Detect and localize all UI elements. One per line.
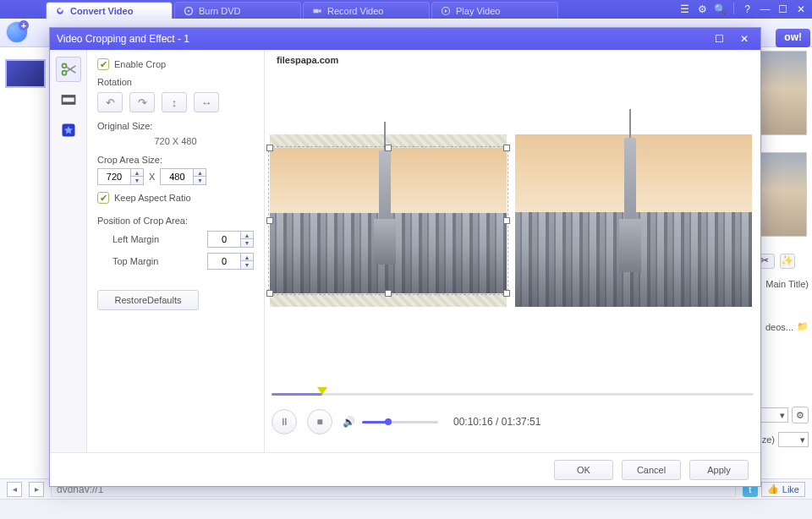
preview-thumb [760, 152, 807, 237]
upgrade-now-button[interactable]: ow! [776, 29, 810, 47]
tab-record-video[interactable]: Record Video [303, 2, 430, 19]
spin-up-icon[interactable]: ▲ [194, 169, 206, 177]
ze-text: ze) [762, 434, 775, 445]
close-icon[interactable]: ✕ [794, 3, 807, 15]
apply-button[interactable]: Apply [689, 460, 749, 480]
left-margin-label: Left Margin [97, 234, 159, 244]
enable-crop-label: Enable Crop [114, 59, 166, 69]
rotate-right-button[interactable]: ↷ [129, 92, 155, 112]
cancel-button[interactable]: Cancel [622, 460, 681, 480]
dialog-footer: OK Cancel Apply [50, 452, 760, 486]
svg-point-1 [188, 9, 189, 11]
position-label: Position of Crop Area: [97, 216, 254, 226]
folder-icon[interactable]: 📁 [797, 321, 809, 332]
top-margin-label: Top Margin [97, 256, 158, 266]
scissors-icon [60, 61, 77, 78]
gear-icon[interactable]: ⚙ [696, 3, 709, 15]
spin-down-icon[interactable]: ▼ [241, 261, 253, 269]
svg-rect-7 [62, 96, 74, 98]
upgrade-label: ow! [784, 31, 802, 43]
background-peek: ✂ ✨ [760, 51, 810, 269]
check-icon: ✔ [97, 192, 109, 204]
separator [733, 3, 734, 14]
tab-label: Burn DVD [199, 6, 241, 16]
tab-label: Record Video [327, 6, 383, 16]
nav-prev-button[interactable]: ◂ [7, 482, 22, 497]
crop-preview[interactable] [270, 134, 507, 307]
flip-horizontal-button[interactable]: ↔ [194, 92, 219, 112]
top-margin-spinner[interactable]: ▲▼ [207, 253, 254, 270]
timecode-text: 00:10:16 / 01:37:51 [453, 416, 540, 428]
rotation-label: Rotation [97, 77, 254, 87]
stop-button[interactable]: ■ [307, 409, 332, 434]
crop-effect-dialog: Video Cropping and Effect - 1 ☐ ✕ ✔ Enab… [49, 27, 761, 487]
output-preview [515, 134, 752, 307]
wand-icon[interactable]: ✨ [780, 254, 795, 269]
crop-tool-button[interactable] [56, 57, 81, 82]
like-label: Like [782, 484, 799, 494]
size-separator: X [149, 172, 155, 182]
format-combo[interactable]: ▾ [758, 407, 788, 423]
menu-icon[interactable]: ☰ [678, 3, 691, 15]
spin-up-icon[interactable]: ▲ [131, 169, 143, 177]
thumb-icon: 👍 [767, 483, 779, 494]
refresh-icon [55, 6, 65, 16]
preview-area: filespapa.com [265, 50, 760, 452]
effects-tool-button[interactable] [56, 87, 81, 112]
timeline-slider[interactable] [272, 386, 754, 400]
settings-button[interactable]: ⚙ [792, 407, 809, 423]
rotate-left-button[interactable]: ↶ [97, 92, 123, 112]
source-thumbnail[interactable] [5, 59, 46, 88]
pause-button[interactable]: ⏸ [272, 409, 297, 434]
flip-vertical-button[interactable]: ↕ [162, 92, 187, 112]
top-margin-input[interactable] [207, 253, 241, 270]
dialog-maximize-icon[interactable]: ☐ [710, 31, 728, 46]
left-margin-spinner[interactable]: ▲▼ [207, 231, 254, 248]
timeline-thumb-icon[interactable] [317, 387, 327, 395]
dialog-titlebar[interactable]: Video Cropping and Effect - 1 ☐ ✕ [50, 28, 760, 50]
crop-height-spinner[interactable]: ▲▼ [160, 168, 206, 185]
tab-label: Play Video [456, 6, 500, 16]
crop-area-size-label: Crop Area Size: [97, 155, 254, 165]
crop-width-spinner[interactable]: ▲▼ [97, 168, 144, 185]
filmstrip-icon [60, 91, 77, 108]
scissors-icon[interactable]: ✂ [760, 254, 775, 269]
maximize-icon[interactable]: ☐ [776, 3, 789, 15]
tab-burn-dvd[interactable]: Burn DVD [174, 2, 301, 19]
size-combo[interactable]: ▾ [778, 432, 809, 447]
play-icon [441, 6, 451, 16]
keep-aspect-checkbox[interactable]: ✔ Keep Aspect Ratio [97, 192, 254, 204]
keep-aspect-label: Keep Aspect Ratio [114, 193, 191, 203]
crop-settings-panel: ✔ Enable Crop Rotation ↶ ↷ ↕ ↔ Original … [87, 50, 265, 452]
top-tab-bar: Convert Video Burn DVD Record Video Play… [0, 0, 812, 19]
restore-defaults-button[interactable]: RestoreDefaults [97, 290, 199, 310]
search-icon[interactable]: 🔍 [714, 3, 727, 15]
facebook-like-button[interactable]: 👍Like [761, 482, 805, 497]
volume-slider[interactable] [362, 421, 438, 423]
spin-down-icon[interactable]: ▼ [241, 239, 253, 247]
add-media-button[interactable] [7, 22, 27, 42]
spin-up-icon[interactable]: ▲ [241, 232, 253, 239]
window-controls: ☰ ⚙ 🔍 ? — ☐ ✕ [678, 3, 807, 15]
spin-up-icon[interactable]: ▲ [241, 254, 253, 261]
original-size-value: 720 X 480 [97, 136, 254, 146]
volume-control[interactable]: 🔊 [343, 416, 438, 428]
dialog-close-icon[interactable]: ✕ [735, 31, 754, 46]
tab-convert-video[interactable]: Convert Video [46, 2, 173, 19]
enable-crop-checkbox[interactable]: ✔ Enable Crop [97, 58, 254, 70]
spin-down-icon[interactable]: ▼ [194, 177, 206, 184]
tab-play-video[interactable]: Play Video [431, 2, 558, 19]
playback-controls: ⏸ ■ 🔊 00:10:16 / 01:37:51 [272, 407, 754, 437]
star-tool-button[interactable] [56, 117, 81, 143]
help-icon[interactable]: ? [741, 3, 754, 15]
crop-width-input[interactable] [97, 168, 131, 185]
minimize-icon[interactable]: — [759, 3, 771, 15]
deos-text: deos... [765, 322, 793, 332]
ok-button[interactable]: OK [554, 460, 613, 480]
bottom-bar [0, 499, 812, 519]
check-icon: ✔ [97, 58, 109, 70]
crop-height-input[interactable] [160, 168, 194, 185]
spin-down-icon[interactable]: ▼ [131, 177, 143, 184]
nav-next-button[interactable]: ▸ [29, 482, 44, 497]
left-margin-input[interactable] [207, 231, 241, 248]
